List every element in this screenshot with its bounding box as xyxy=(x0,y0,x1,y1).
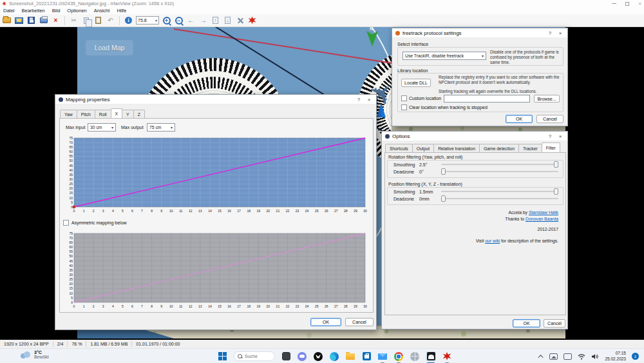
cancel-button[interactable]: Cancel xyxy=(544,319,565,328)
zoom-out-button[interactable]: − xyxy=(174,16,184,25)
previous-image-button[interactable]: ← xyxy=(186,16,196,25)
menu-datei[interactable]: Datei xyxy=(3,8,15,14)
close-button[interactable]: × xyxy=(638,1,641,6)
help-button[interactable]: ? xyxy=(355,97,363,103)
tab-pitch[interactable]: Pitch xyxy=(77,110,95,118)
zoom-combobox[interactable]: 75.8 ▾ xyxy=(136,16,159,25)
close-button[interactable]: × xyxy=(556,133,564,139)
rotation-deadzone-slider[interactable] xyxy=(441,168,558,175)
position-smoothing-slider[interactable] xyxy=(441,188,558,195)
menu-optionen[interactable]: Optionen xyxy=(67,8,86,14)
rotation-smoothing-slider[interactable] xyxy=(441,161,558,168)
mapping-curve-chart[interactable]: 0123456789101112131415161718192021222324… xyxy=(64,136,367,213)
ok-button[interactable]: OK xyxy=(506,115,533,123)
menu-hilfe[interactable]: Hilfe xyxy=(117,8,126,14)
wifi-icon[interactable] xyxy=(578,353,585,360)
last-page-button[interactable]: ↓ xyxy=(223,16,232,25)
maximize-button[interactable] xyxy=(625,2,629,6)
menu-bild[interactable]: Bild xyxy=(52,8,61,14)
paste-button[interactable] xyxy=(93,16,103,25)
start-button[interactable] xyxy=(218,351,228,362)
taskbar-app-explorer[interactable] xyxy=(345,351,355,362)
tab-tracker[interactable]: Tracker xyxy=(518,144,542,152)
svg-text:29: 29 xyxy=(354,304,357,308)
exit-button[interactable] xyxy=(247,16,257,25)
taskbar-app-darktile[interactable] xyxy=(281,351,291,362)
taskbar-app-bird[interactable] xyxy=(313,351,323,362)
close-button[interactable]: × xyxy=(365,97,373,103)
tray-panel-icon[interactable] xyxy=(564,353,572,360)
cancel-button[interactable]: Cancel xyxy=(536,115,564,123)
tab-output[interactable]: Output xyxy=(412,144,434,152)
thanks-author-link[interactable]: Donovan Baarda xyxy=(526,217,558,221)
cloud-icon xyxy=(19,351,31,358)
taskbar-app-globe[interactable] xyxy=(410,351,420,362)
wiki-link[interactable]: our wiki xyxy=(485,239,500,243)
tab-filter[interactable]: Filter xyxy=(542,142,560,152)
search-box[interactable] xyxy=(234,351,275,361)
tab-z[interactable]: Z xyxy=(133,110,145,118)
search-input[interactable] xyxy=(245,354,270,358)
speaker-icon[interactable] xyxy=(591,353,599,360)
max-input-select[interactable]: 30 cm ▾ xyxy=(88,123,116,132)
zoom-in-button[interactable]: + xyxy=(162,16,171,25)
tab-yaw[interactable]: Yaw xyxy=(60,110,77,118)
print-button[interactable] xyxy=(39,16,48,25)
delete-button[interactable]: × xyxy=(51,16,61,25)
taskbar-app-chrome[interactable] xyxy=(393,351,404,362)
tab-roll[interactable]: Roll xyxy=(95,110,111,118)
weather-widget[interactable]: 3°C Bewölkt xyxy=(19,350,49,359)
thanks-credit: Thanks to Donovan Baarda xyxy=(505,217,558,221)
taskbar-app-irfanview[interactable] xyxy=(442,351,452,362)
first-page-button[interactable]: ↑ xyxy=(211,16,220,25)
menu-ansicht[interactable]: Ansicht xyxy=(94,8,110,14)
clock-widget[interactable]: 07:15 25.02.2023 xyxy=(605,351,626,362)
tab-y[interactable]: Y xyxy=(122,110,134,118)
slideshow-button[interactable] xyxy=(14,16,24,25)
copy-button[interactable] xyxy=(81,16,91,25)
tray-chevron-up-icon[interactable] xyxy=(538,355,544,360)
help-button[interactable]: ? xyxy=(546,30,554,36)
properties-button[interactable] xyxy=(235,16,245,25)
position-deadzone-slider[interactable] xyxy=(441,195,558,202)
svg-text:75: 75 xyxy=(69,136,73,140)
save-button[interactable] xyxy=(26,16,36,25)
tray-photo-icon[interactable] xyxy=(549,353,558,360)
ok-button[interactable]: OK xyxy=(513,319,540,328)
asymmetric-mapping-checkbox[interactable] xyxy=(63,220,69,226)
ok-button[interactable]: OK xyxy=(310,318,341,326)
tab-game-detection[interactable]: Game detection xyxy=(479,144,519,152)
svg-text:40: 40 xyxy=(69,264,73,268)
close-button[interactable]: × xyxy=(556,30,564,36)
locate-dll-button[interactable]: Locate DLL xyxy=(401,79,431,87)
custom-location-input[interactable] xyxy=(444,95,530,103)
window-titlebar: Screenshot_20221231-092435_Navigator.jpg… xyxy=(0,0,644,7)
taskbar-app-mail[interactable] xyxy=(377,351,388,362)
cut-button[interactable]: ✂ xyxy=(69,16,79,25)
accela-author-link[interactable]: Stanislaw Halik xyxy=(529,210,558,215)
taskbar-app-edge[interactable] xyxy=(329,351,339,362)
tab-shortcuts[interactable]: Shortcuts xyxy=(385,144,413,152)
taskbar-app-chat[interactable] xyxy=(297,351,307,362)
tab-relative-translation[interactable]: Relative translation xyxy=(433,144,480,152)
cancel-button[interactable]: Cancel xyxy=(345,318,374,326)
load-map-button[interactable]: Load Map xyxy=(86,40,133,55)
taskbar-app-store[interactable] xyxy=(361,351,372,362)
info-button[interactable]: i xyxy=(124,16,133,25)
tab-x[interactable]: X xyxy=(111,108,123,118)
menu-bearbeiten[interactable]: Bearbeiten xyxy=(22,8,45,14)
asymmetric-curve-chart[interactable]: 0123456789101112131415161718192021222324… xyxy=(64,231,367,309)
interface-select[interactable]: Use TrackIR, disable freetrack ▾ xyxy=(402,52,486,60)
browse-button[interactable]: Browse... xyxy=(534,95,560,103)
clear-location-checkbox[interactable] xyxy=(401,104,407,110)
next-image-button[interactable]: → xyxy=(198,16,208,25)
max-output-select[interactable]: 75 cm ▾ xyxy=(147,123,175,132)
taskbar-app-opentrack[interactable] xyxy=(426,351,436,362)
custom-location-checkbox[interactable] xyxy=(401,95,407,101)
help-button[interactable]: ? xyxy=(546,133,554,139)
minimize-button[interactable] xyxy=(612,3,616,4)
notification-badge[interactable]: 2 xyxy=(632,353,639,360)
undo-button[interactable]: ↶ xyxy=(106,16,115,25)
open-button[interactable] xyxy=(2,16,12,25)
maximize-icon xyxy=(625,2,629,6)
